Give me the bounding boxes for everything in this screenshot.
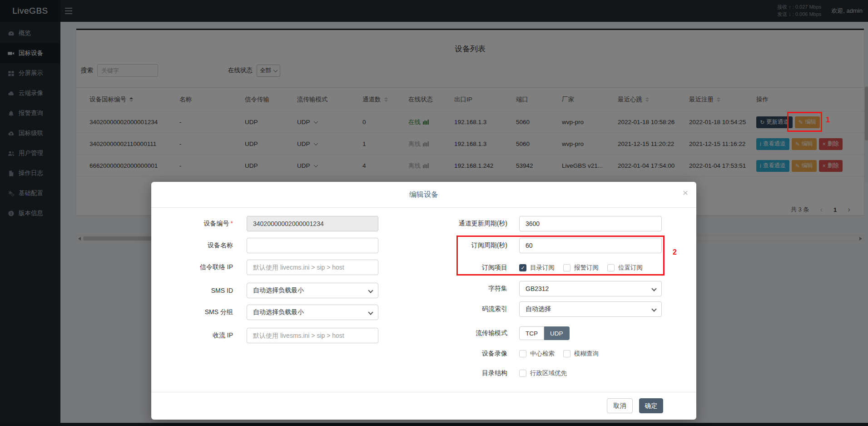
stream-receive-ip-field[interactable] — [247, 328, 378, 343]
device-id-field — [247, 216, 378, 231]
edit-device-modal: 编辑设备 × 设备编号* 设备名称 信令联络 IP SMS ID 自动选择负载最… — [151, 182, 696, 420]
annotation-box-2 — [456, 236, 665, 276]
admin-region-priority-checkbox[interactable]: ✓行政区域优先 — [519, 369, 567, 377]
device-name-label: 设备名称 — [165, 241, 233, 250]
checkbox-icon: ✓ — [519, 370, 526, 377]
confirm-button[interactable]: 确定 — [639, 398, 663, 413]
sms-group-label: SMS 分组 — [165, 308, 233, 316]
dir-structure-label: 目录结构 — [430, 369, 507, 377]
stream-receive-ip-label: 收流 IP — [165, 331, 233, 340]
sms-id-select[interactable]: 自动选择负载最小 — [247, 283, 378, 298]
channel-refresh-field[interactable] — [519, 216, 662, 231]
channel-refresh-label: 通道更新周期(秒) — [430, 220, 507, 228]
required-asterisk: * — [231, 220, 233, 227]
tcp-option[interactable]: TCP — [519, 326, 544, 340]
annotation-box-1 — [787, 112, 822, 132]
fuzzy-query-checkbox[interactable]: ✓模糊查询 — [563, 350, 599, 358]
chevron-down-icon — [651, 306, 656, 311]
device-id-label: 设备编号* — [165, 220, 233, 228]
annotation-number-1: 1 — [826, 115, 830, 125]
udp-option[interactable]: UDP — [544, 326, 570, 340]
signal-contact-ip-label: 信令联络 IP — [165, 263, 233, 271]
charset-select[interactable]: GB2312 — [519, 281, 662, 296]
center-search-checkbox[interactable]: ✓中心检索 — [519, 350, 555, 358]
chevron-down-icon — [368, 288, 373, 293]
modal-title: 编辑设备 — [151, 190, 696, 200]
signal-contact-ip-field[interactable] — [247, 260, 378, 275]
device-record-label: 设备录像 — [430, 350, 507, 358]
stream-index-select[interactable]: 自动选择 — [519, 301, 662, 317]
checkbox-icon: ✓ — [519, 350, 526, 357]
cancel-button[interactable]: 取消 — [607, 398, 633, 413]
chevron-down-icon — [651, 286, 656, 291]
stream-mode-label: 流传输模式 — [430, 329, 507, 337]
sms-id-label: SMS ID — [165, 287, 233, 294]
annotation-number-2: 2 — [673, 248, 677, 256]
app-screen: LiveGBS 接收 ↑ : 0.027 Mbps 发送 ↓ : 0.006 M… — [0, 0, 868, 426]
device-name-field[interactable] — [247, 238, 378, 253]
close-icon[interactable]: × — [683, 188, 688, 197]
chevron-down-icon — [368, 310, 373, 315]
sms-group-select[interactable]: 自动选择负载最小 — [247, 305, 378, 320]
charset-label: 字符集 — [430, 285, 507, 293]
stream-mode-toggle: TCP UDP — [519, 326, 570, 340]
stream-index-label: 码流索引 — [430, 305, 507, 313]
checkbox-icon: ✓ — [563, 350, 570, 357]
